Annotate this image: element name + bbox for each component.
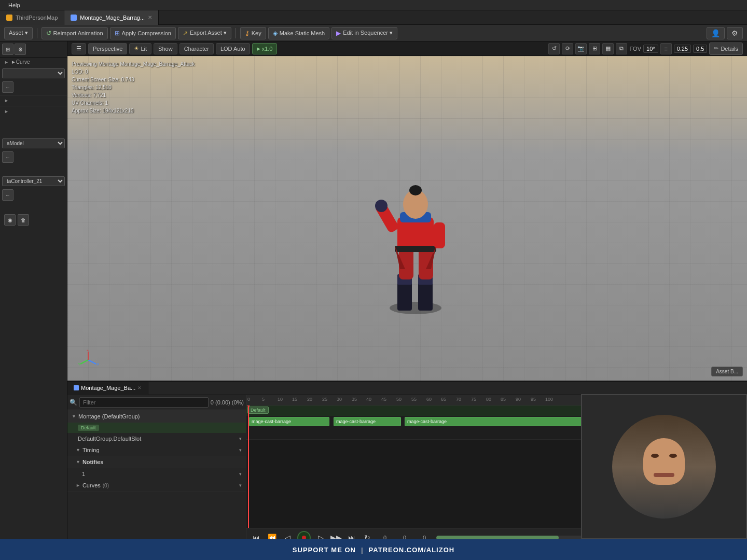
svg-text:Y: Y	[78, 362, 81, 367]
sidebar-back-btn-2[interactable]: ←	[2, 151, 13, 163]
group-expand-icon: ▼	[72, 414, 76, 419]
viewport-menu-btn[interactable]: ☰	[72, 43, 86, 54]
ruler-90: 90	[516, 397, 521, 402]
timeline-track-list: 🔍 0 (0.00) (0%) ▼ Montage (DefaultGroup)	[67, 395, 246, 547]
mesh-icon: ◈	[273, 30, 278, 37]
help-menu[interactable]: Help	[4, 2, 24, 8]
fov-value[interactable]: 10°	[643, 45, 658, 53]
default-slot-track[interactable]: DefaultGroup.DefaultSlot ▾	[67, 433, 246, 444]
speed-label: x1.0	[262, 46, 273, 52]
sidebar-item-3[interactable]: ►	[0, 107, 67, 116]
sidebar-dropdown-2[interactable]: aModel	[2, 138, 65, 148]
tab-third-person-map[interactable]: ThirdPersonMap	[0, 10, 64, 25]
vp-grid-btn[interactable]: ⊞	[589, 43, 600, 54]
edit-in-sequencer-button[interactable]: ▶ Edit in Sequencer ▾	[331, 27, 397, 39]
hamburger-icon: ☰	[76, 45, 81, 52]
sidebar-spacer-2	[0, 164, 67, 174]
timing-expand-icon: ▼	[76, 447, 80, 453]
tab-bar: ThirdPersonMap Montage_Mage_Barrag... ✕	[0, 10, 747, 25]
play-speed-btn[interactable]: ▶ x1.0	[252, 43, 278, 54]
vp-snap-btn[interactable]: ⧉	[616, 43, 627, 54]
lod-label: LOD Auto	[220, 46, 245, 52]
lit-btn[interactable]: ☀ Lit	[129, 43, 151, 54]
perspective-btn[interactable]: Perspective	[88, 43, 127, 54]
ruler-start: 0	[247, 397, 250, 402]
default-badge-row: Default	[67, 423, 246, 433]
ruler-10: 10	[278, 397, 283, 402]
timeline-tab-montage[interactable]: Montage_Mage_Ba... ✕	[67, 382, 148, 395]
sidebar-grid-btn[interactable]: ⊞	[2, 44, 13, 55]
character-svg	[374, 150, 457, 316]
sidebar-settings-btn[interactable]: ⚙	[15, 44, 26, 55]
sidebar-back-btn-3[interactable]: ←	[2, 189, 13, 201]
notify-sub-item[interactable]: 1 ▾	[67, 468, 246, 480]
curve-item-1[interactable]: ► ►Curve	[0, 58, 67, 66]
svg-text:Z: Z	[87, 349, 89, 352]
reimport-animation-button[interactable]: ↺ Reimport Animation	[42, 27, 108, 39]
show-label: Show	[158, 46, 173, 52]
tab-close-btn[interactable]: ✕	[148, 15, 152, 20]
key-icon: ⚷	[245, 30, 250, 37]
anim-bar-1[interactable]: mage-cast-barrage	[249, 417, 329, 426]
export-icon: ↗	[183, 30, 188, 37]
sidebar-trash-btn[interactable]: 🗑	[18, 214, 29, 226]
perspective-label: Perspective	[93, 46, 122, 52]
vp-layout-btn[interactable]: ▦	[602, 43, 614, 54]
ruler-75: 75	[471, 397, 476, 402]
vp-icon-extra[interactable]: ≡	[660, 43, 672, 54]
playhead[interactable]	[248, 405, 249, 528]
banner-url: PATREON.COM/ALIZOH	[369, 546, 455, 554]
montage-group-header[interactable]: ▼ Montage (DefaultGroup)	[67, 410, 246, 423]
anim-icon	[71, 15, 77, 21]
sidebar-dropdown-3[interactable]: taController_21	[2, 176, 65, 186]
curve-label-1: ►Curve	[11, 59, 30, 65]
lod-btn[interactable]: LOD Auto	[216, 43, 250, 54]
sidebar-select-3[interactable]: taController_21	[2, 176, 65, 186]
stat-line-4: Vertices: 7,721	[72, 91, 195, 99]
stats-overlay: Previewing Montage Montage_Mage_Barrage_…	[72, 60, 195, 115]
toolbar-sep-1	[37, 28, 37, 38]
default-badge: Default	[78, 425, 99, 431]
vp-reset-btn[interactable]: ⟳	[562, 43, 573, 54]
settings-button[interactable]: ⚙	[727, 27, 743, 39]
pip-eye-right	[669, 454, 677, 458]
asset-button[interactable]: Asset ▾	[4, 27, 33, 39]
profile-button[interactable]: 👤	[707, 27, 725, 39]
position-indicator: 0 (0.00) (0%)	[211, 399, 244, 405]
near-value[interactable]: 0.25	[674, 45, 691, 53]
toolbar-sep-2	[236, 28, 236, 38]
viewport-3d[interactable]: Previewing Montage Montage_Mage_Barrage_…	[67, 56, 747, 381]
pip-face	[612, 415, 716, 519]
timeline-search-input[interactable]	[79, 397, 209, 408]
export-asset-button[interactable]: ↗ Export Asset ▾	[178, 27, 231, 39]
far-value[interactable]: 0.5	[693, 45, 707, 53]
apply-compression-button[interactable]: ⊞ Apply Compression	[110, 27, 176, 39]
details-btn[interactable]: ✏ Details	[709, 43, 743, 55]
anim-bar-2[interactable]: mage-cast-barrage	[334, 417, 401, 426]
tab-montage[interactable]: Montage_Mage_Barrag... ✕	[64, 10, 159, 25]
settings-icon: ⚙	[731, 29, 738, 37]
left-sidebar: ⊞ ⚙ ► ►Curve ← ► ►	[0, 41, 67, 560]
sidebar-back-btn[interactable]: ←	[2, 81, 13, 93]
sidebar-dropdown-1[interactable]	[2, 68, 65, 78]
sidebar-item-2[interactable]: ►	[0, 96, 67, 105]
sidebar-select-2[interactable]: aModel	[2, 138, 65, 148]
character-container	[374, 150, 457, 316]
svg-text:X: X	[96, 362, 99, 367]
menu-bar: Help	[0, 0, 747, 10]
sidebar-select-1[interactable]	[2, 68, 65, 78]
asset-label: Asset ▾	[9, 30, 28, 36]
character-btn[interactable]: Character	[179, 43, 214, 54]
banner-prefix: SUPPORT ME ON	[293, 546, 356, 554]
timing-track[interactable]: ▼ Timing ▾	[67, 444, 246, 456]
curves-track[interactable]: ► Curves (0) ▾	[67, 480, 246, 491]
show-btn[interactable]: Show	[154, 43, 177, 54]
asset-browser-button[interactable]: Asset B...	[711, 367, 743, 376]
key-button[interactable]: ⚷ Key	[240, 27, 266, 39]
vp-camera-btn[interactable]: 📷	[575, 43, 587, 54]
vp-undo-btn[interactable]: ↺	[548, 43, 560, 54]
make-static-mesh-button[interactable]: ◈ Make Static Mesh	[268, 27, 329, 39]
timeline-tab-close[interactable]: ✕	[137, 385, 142, 390]
sidebar-circle-btn[interactable]: ◉	[4, 214, 16, 226]
ruler-35: 35	[352, 397, 357, 402]
